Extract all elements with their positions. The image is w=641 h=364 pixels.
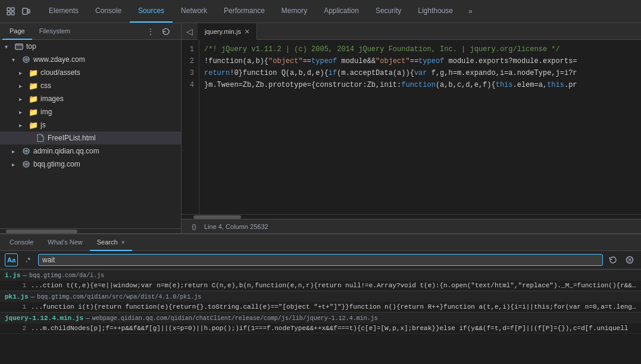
format-icon[interactable]: {} (189, 221, 199, 232)
refresh-search-icon[interactable] (606, 253, 620, 266)
domain-icon (21, 146, 31, 156)
code-tabs: ◁ jquery.min.js × (182, 23, 641, 40)
device-icon[interactable] (20, 5, 32, 17)
panel-sync-icon[interactable] (160, 25, 173, 38)
tab-performance[interactable]: Performance (215, 0, 273, 23)
left-panel: Page Filesystem ⋮ ▾top▾www.zdaye.com▸📁cl… (0, 23, 182, 233)
tree-item-images[interactable]: ▸📁images (0, 92, 181, 105)
result-file-i.js[interactable]: i.js — bqq.gtimg.com/da/i.js (0, 269, 641, 281)
scrollbar-thumb[interactable] (6, 230, 77, 233)
panel-tabs-more: ⋮ (138, 25, 179, 38)
panel-tabs: Page Filesystem ⋮ (0, 23, 181, 40)
folder-icon: 📁 (29, 107, 38, 117)
line-num-3: 3 (185, 67, 194, 79)
tree-arrow: ▸ (12, 161, 21, 168)
clear-search-icon[interactable] (623, 253, 636, 266)
tree-item-admin.qidian.qq.com[interactable]: ▸admin.qidian.qq.com (0, 145, 181, 158)
tree-label: cloud/assets (40, 68, 80, 77)
result-line-num: 1 (12, 282, 26, 289)
result-line-num: 1 (12, 303, 26, 310)
tree-label: top (26, 42, 36, 51)
bottom-panel: Console What's New Search × Aa .* (0, 233, 641, 364)
tree-item-www.zdaye.com[interactable]: ▾www.zdaye.com (0, 53, 181, 66)
result-line[interactable]: 1...function i(t){return function(e){ret… (0, 302, 641, 312)
bottom-tab-search[interactable]: Search × (90, 234, 132, 251)
tab-application[interactable]: Application (315, 0, 367, 23)
search-results: i.js — bqq.gtimg.com/da/i.js1...ction t(… (0, 269, 641, 364)
tree-label: admin.qidian.qq.com (33, 147, 99, 155)
code-line-4: }m.Tween=Zb,Zb.prototype={constructor:Zb… (204, 79, 636, 91)
tree-arrow: ▾ (12, 57, 21, 63)
tree-arrow: ▾ (5, 43, 14, 50)
tree-arrow: ▸ (19, 83, 29, 89)
collapse-panel-icon[interactable]: ◁ (182, 27, 198, 36)
tab-memory[interactable]: Memory (273, 0, 315, 23)
result-line[interactable]: 1...ction t(t,e){e=e||window;var n=m(e);… (0, 281, 641, 291)
tab-filesystem[interactable]: Filesystem (32, 23, 78, 40)
code-footer: {} Line 4, Column 25632 (182, 219, 641, 233)
tab-page[interactable]: Page (2, 23, 32, 40)
tree-label: FreeIPList.html (48, 134, 96, 142)
code-scrollbar-h[interactable] (182, 214, 641, 219)
tree-item-FreeIPList.html[interactable]: ▸FreeIPList.html (0, 131, 181, 145)
main-tab-nav: Elements Console Sources Network Perform… (40, 0, 461, 23)
more-tabs-button[interactable]: » (464, 7, 477, 15)
search-input-wrap (38, 254, 603, 266)
code-line-2: !function(a,b){"object"==typeof module&&… (204, 55, 636, 67)
svg-rect-5 (28, 10, 30, 13)
code-content: 1 2 3 4 /*! jQuery v1.11.2 | (c) 2005, 2… (182, 40, 641, 214)
svg-rect-4 (23, 8, 27, 14)
case-sensitive-toggle[interactable]: Aa (5, 253, 18, 266)
tab-elements[interactable]: Elements (40, 0, 87, 23)
tree-item-bqq.gtimg.com[interactable]: ▸bqq.gtimg.com (0, 158, 181, 171)
tree-label: css (40, 81, 51, 90)
result-line-text: ...function i(t){return function(e){retu… (31, 303, 636, 310)
line-num-2: 2 (185, 55, 194, 67)
bottom-tab-whatsnew[interactable]: What's New (40, 234, 89, 251)
result-line[interactable]: 2...m.childNodes[p];f=++p&&f&&f[g]||(x=p… (0, 324, 641, 334)
tree-item-js[interactable]: ▸📁js (0, 118, 181, 131)
root-icon (14, 42, 24, 51)
close-tab-icon[interactable]: × (245, 27, 249, 36)
regex-toggle[interactable]: .* (21, 253, 35, 266)
result-file-pk1.js[interactable]: pk1.js — bqq.gtimg.com/qidian/src/wpa/di… (0, 291, 641, 302)
tree-label: img (40, 108, 52, 116)
result-file-url: webpage.qidian.qq.com/qidian/chatClient/… (92, 315, 378, 322)
tab-console[interactable]: Console (87, 0, 130, 23)
tree-arrow: ▸ (19, 109, 29, 115)
tree-item-css[interactable]: ▸📁css (0, 79, 181, 92)
tab-sources[interactable]: Sources (130, 0, 173, 23)
result-filename: pk1.js (5, 293, 29, 300)
tree-item-img[interactable]: ▸📁img (0, 105, 181, 118)
line-num-4: 4 (185, 79, 194, 91)
bottom-tabs: Console What's New Search × (0, 234, 641, 251)
tab-network[interactable]: Network (173, 0, 215, 23)
tree-label: bqq.gtimg.com (33, 160, 80, 168)
tree-arrow: ▸ (19, 122, 29, 128)
devtools-toolbar: Elements Console Sources Network Perform… (0, 0, 641, 23)
code-lines: /*! jQuery v1.11.2 | (c) 2005, 2014 jQue… (199, 40, 641, 214)
folder-icon: 📁 (29, 94, 38, 103)
code-panel: ◁ jquery.min.js × 1 2 3 4 /*! jQuery v1.… (182, 23, 641, 233)
tree-label: www.zdaye.com (33, 55, 85, 64)
file-icon (36, 133, 45, 143)
tab-security[interactable]: Security (367, 0, 409, 23)
result-file-url: bqq.gtimg.com/qidian/src/wpa/dist/4.1.0/… (37, 294, 201, 300)
result-file-jquery-1.12.4.min.js[interactable]: jquery-1.12.4.min.js — webpage.qidian.qq… (0, 312, 641, 324)
tree-item-cloud-assets[interactable]: ▸📁cloud/assets (0, 66, 181, 79)
tree-arrow: ▸ (19, 70, 29, 76)
line-numbers: 1 2 3 4 (182, 40, 199, 214)
horizontal-scrollbar[interactable] (0, 228, 181, 233)
result-line-text: ...ction t(t,e){e=e||window;var n=m(e);r… (31, 282, 636, 289)
domain-icon (21, 159, 31, 169)
code-tab-active[interactable]: jquery.min.js × (198, 23, 257, 40)
search-input[interactable] (42, 256, 599, 264)
tree-item-top[interactable]: ▾top (0, 40, 181, 53)
tab-lighthouse[interactable]: Lighthouse (409, 0, 461, 23)
panel-more-icon[interactable]: ⋮ (144, 25, 157, 38)
bottom-tab-console[interactable]: Console (2, 234, 40, 251)
domain-icon (21, 55, 31, 64)
result-line-text: ...m.childNodes[p];f=++p&&f&&f[g]||(x=p=… (31, 325, 628, 332)
inspect-icon[interactable] (5, 5, 17, 17)
close-search-tab-icon[interactable]: × (121, 239, 125, 246)
